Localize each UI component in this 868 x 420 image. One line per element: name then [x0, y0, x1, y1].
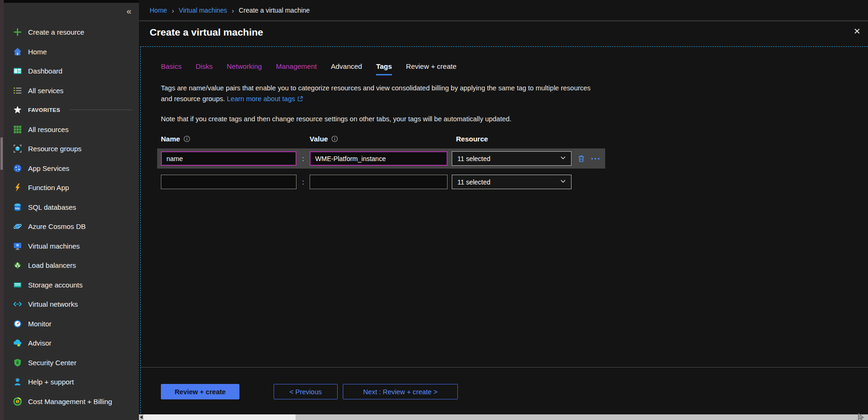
sidebar: « Create a resourceHomeDashboardAll serv…	[4, 0, 139, 420]
advisor-icon	[13, 339, 22, 347]
review-create-button[interactable]: Review + create	[161, 384, 239, 399]
sidebar-item-sql-databases[interactable]: SQLSQL databases	[4, 198, 139, 217]
sidebar-item-resource-groups[interactable]: Resource groups	[4, 139, 139, 159]
tags-table: NameValueResource :11 selected:11 select…	[157, 135, 868, 192]
sidebar-item-label: App Services	[28, 164, 69, 172]
tag-row: :11 selected	[157, 148, 605, 169]
sidebar-scrollbar-thumb[interactable]	[0, 137, 3, 170]
tag-name-input[interactable]	[161, 175, 297, 189]
create-vm-blade: BasicsDisksNetworkingManagementAdvancedT…	[140, 46, 868, 420]
breadcrumb-link-home[interactable]: Home	[150, 7, 167, 14]
sidebar-item-storage-accounts[interactable]: Storage accounts	[4, 275, 139, 295]
all-services-icon	[13, 86, 22, 95]
sql-databases-icon: SQL	[13, 203, 22, 212]
tab-tags[interactable]: Tags	[376, 62, 392, 75]
sidebar-item-label: All services	[28, 87, 64, 95]
resource-dropdown-value: 11 selected	[457, 155, 491, 162]
app-services-icon	[13, 164, 22, 173]
sidebar-item-all-resources[interactable]: All resources	[4, 120, 139, 140]
breadcrumb-separator: ›	[172, 7, 174, 15]
colon-separator: :	[297, 155, 310, 162]
sidebar-item-label: Function App	[28, 184, 69, 192]
tag-name-input[interactable]	[161, 151, 297, 166]
tags-table-header: NameValueResource	[157, 135, 868, 143]
tag-value-input[interactable]	[310, 151, 448, 166]
sidebar-item-label: Security Center	[28, 359, 76, 367]
sidebar-collapse-button[interactable]: «	[126, 7, 131, 15]
sidebar-item-load-balancers[interactable]: Load balancers	[4, 256, 139, 275]
tab-management[interactable]: Management	[276, 62, 317, 75]
storage-accounts-icon	[13, 280, 22, 289]
security-center-icon	[13, 358, 22, 367]
sidebar-item-label: Resource groups	[28, 145, 81, 153]
tab-review-create[interactable]: Review + create	[406, 62, 456, 75]
sidebar-item-function-app[interactable]: Function App	[4, 178, 139, 198]
azure-portal-window: « Create a resourceHomeDashboardAll serv…	[0, 0, 868, 420]
sidebar-nav: Create a resourceHomeDashboardAll servic…	[4, 22, 139, 411]
tab-networking[interactable]: Networking	[227, 62, 262, 75]
sidebar-item-create-a-resource[interactable]: Create a resource	[4, 22, 139, 42]
tags-description: Tags are name/value pairs that enable yo…	[161, 83, 593, 105]
tab-disks[interactable]: Disks	[195, 62, 213, 75]
horizontal-scrollbar-thumb[interactable]	[144, 414, 296, 420]
dashboard-icon	[13, 66, 22, 75]
sidebar-item-dashboard[interactable]: Dashboard	[4, 61, 139, 81]
resource-dropdown[interactable]: 11 selected	[452, 175, 571, 189]
function-app-icon	[13, 183, 22, 192]
sidebar-section-favorites: FAVORITES	[4, 100, 139, 120]
previous-button[interactable]: < Previous	[274, 384, 338, 399]
more-actions-button[interactable]	[590, 155, 600, 163]
tab-advanced[interactable]: Advanced	[331, 62, 362, 75]
monitor-icon	[13, 319, 22, 328]
wizard-tabs: BasicsDisksNetworkingManagementAdvancedT…	[161, 62, 868, 75]
chevron-down-icon	[559, 177, 567, 186]
tags-description-text: Tags are name/value pairs that enable yo…	[161, 84, 591, 103]
page-title: Create a virtual machine	[150, 27, 263, 38]
home-icon	[13, 47, 22, 56]
sidebar-item-home[interactable]: Home	[4, 42, 139, 62]
sidebar-item-all-services[interactable]: All services	[4, 81, 139, 101]
sidebar-item-label: FAVORITES	[28, 107, 60, 113]
delete-tag-button[interactable]	[577, 155, 586, 163]
sidebar-item-label: Home	[28, 48, 47, 56]
sidebar-item-monitor[interactable]: Monitor	[4, 314, 139, 334]
breadcrumb-link-virtual-machines[interactable]: Virtual machines	[179, 7, 227, 14]
load-balancers-icon	[13, 261, 22, 270]
column-label: Value	[310, 135, 328, 143]
virtual-networks-icon	[13, 300, 22, 309]
sidebar-item-label: SQL databases	[28, 203, 76, 211]
sidebar-item-label: Create a resource	[28, 28, 84, 36]
sidebar-item-virtual-machines[interactable]: Virtual machines	[4, 236, 139, 256]
breadcrumb-separator: ›	[232, 7, 234, 15]
scroll-left-arrow-icon[interactable]	[140, 415, 143, 419]
all-resources-icon	[13, 125, 22, 134]
sidebar-item-security-center[interactable]: Security Center	[4, 353, 139, 373]
sidebar-item-label: Help + support	[28, 378, 74, 386]
column-header-resource: Resource	[456, 135, 488, 143]
horizontal-scrollbar[interactable]	[139, 414, 868, 420]
tag-row: :11 selected	[157, 172, 605, 192]
breadcrumb: Home›Virtual machines›Create a virtual m…	[139, 0, 868, 21]
column-label: Name	[161, 135, 180, 143]
sidebar-item-app-services[interactable]: App Services	[4, 159, 139, 178]
close-icon[interactable]: ✕	[854, 27, 861, 36]
sidebar-item-cost-management-billing[interactable]: $Cost Management + Billing	[4, 392, 139, 412]
tab-basics[interactable]: Basics	[161, 62, 181, 75]
sidebar-item-help-support[interactable]: Help + support	[4, 372, 139, 392]
next-review-create-button[interactable]: Next : Review + create >	[343, 384, 458, 399]
sidebar-item-virtual-networks[interactable]: Virtual networks	[4, 295, 139, 314]
resource-dropdown[interactable]: 11 selected	[452, 151, 571, 166]
sidebar-item-advisor[interactable]: Advisor	[4, 333, 139, 353]
cosmos-db-icon	[13, 222, 22, 231]
blade-titlebar: Create a virtual machine ✕	[139, 22, 868, 46]
learn-more-link[interactable]: Learn more about tags	[227, 95, 295, 103]
window-edge-strip	[0, 0, 4, 420]
breadcrumb-current: Create a virtual machine	[239, 7, 310, 14]
virtual-machines-icon	[13, 242, 22, 251]
tag-value-input[interactable]	[310, 175, 448, 189]
info-icon[interactable]	[331, 135, 338, 142]
chevron-down-icon	[559, 154, 567, 163]
sidebar-item-label: Azure Cosmos DB	[28, 222, 86, 230]
sidebar-item-azure-cosmos-db[interactable]: Azure Cosmos DB	[4, 217, 139, 236]
info-icon[interactable]	[183, 135, 190, 142]
